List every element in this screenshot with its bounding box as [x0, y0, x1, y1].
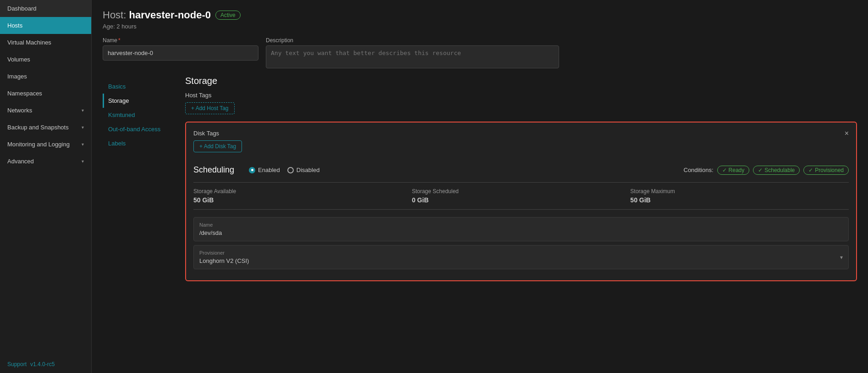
sidebar-item-label: Networks	[7, 107, 32, 114]
sidebar-item-networks[interactable]: Networks▾	[0, 102, 91, 119]
storage-stat-value: 50 GiB	[193, 196, 412, 204]
storage-stat: Storage Maximum50 GiB	[630, 188, 849, 204]
scheduling-title: Scheduling	[193, 165, 234, 175]
host-tags-section: Host Tags + Add Host Tag	[185, 92, 857, 114]
scheduling-left: Scheduling Enabled Disabled	[193, 165, 319, 175]
add-disk-tag-button[interactable]: + Add Disk Tag	[193, 140, 242, 152]
disk-card: Disk Tags + Add Disk Tag × Scheduling En…	[185, 122, 857, 281]
checkmark-icon: ✓	[722, 167, 727, 173]
sidebar-item-label: Monitoring and Logging	[7, 141, 70, 148]
sidebar-item-volumes[interactable]: Volumes	[0, 51, 91, 68]
sidebar-item-label: Backup and Snapshots	[7, 124, 69, 131]
main-content: Host: harvester-node-0 Active Age: 2 hou…	[92, 0, 868, 373]
add-host-tag-button[interactable]: + Add Host Tag	[185, 102, 235, 114]
support-link[interactable]: Support	[7, 361, 27, 367]
storage-stat-value: 50 GiB	[630, 196, 849, 204]
page-header: Host: harvester-node-0 Active Age: 2 hou…	[103, 9, 857, 30]
sidebar-item-label: Advanced	[7, 158, 34, 165]
sidebar-item-label: Namespaces	[7, 90, 42, 97]
sub-nav-item-ksmtuned[interactable]: Ksmtuned	[103, 108, 185, 122]
chevron-icon: ▾	[82, 159, 84, 164]
chevron-icon: ▾	[82, 125, 84, 130]
sidebar-item-label: Volumes	[7, 56, 30, 63]
sidebar-item-dashboard[interactable]: Dashboard	[0, 0, 91, 17]
chevron-icon: ▾	[82, 142, 84, 147]
sidebar-item-images[interactable]: Images	[0, 68, 91, 85]
disk-name-field-value: /dev/sda	[199, 229, 843, 236]
version-label: v1.4.0-rc5	[30, 361, 55, 367]
sidebar-item-backup-and-snapshots[interactable]: Backup and Snapshots▾	[0, 119, 91, 136]
content-body: BasicsStorageKsmtunedOut-of-band AccessL…	[103, 76, 857, 364]
description-label: Description	[266, 37, 559, 44]
form-row: Name* Description	[103, 37, 857, 68]
status-badge: Active	[215, 11, 241, 20]
sub-nav: BasicsStorageKsmtunedOut-of-band AccessL…	[103, 76, 185, 364]
storage-panel: Storage Host Tags + Add Host Tag Disk Ta…	[185, 76, 857, 364]
name-input[interactable]	[103, 45, 258, 61]
sidebar-footer: Support v1.4.0-rc5	[0, 356, 91, 373]
conditions-section: Conditions: ✓Ready✓Schedulable✓Provision…	[684, 166, 849, 175]
checkmark-icon: ✓	[758, 167, 763, 173]
sidebar-item-namespaces[interactable]: Namespaces	[0, 85, 91, 102]
sub-nav-item-labels[interactable]: Labels	[103, 136, 185, 150]
disk-name-field: Name /dev/sda	[193, 217, 849, 241]
provisioner-chevron-icon: ▾	[840, 254, 843, 261]
scheduling-radio-group: Enabled Disabled	[249, 167, 319, 173]
sidebar-item-label: Images	[7, 73, 27, 80]
condition-badge-schedulable: ✓Schedulable	[753, 166, 800, 175]
provisioner-value: Longhorn V2 (CSI)	[199, 257, 840, 264]
description-field-wrapper: Description	[266, 37, 559, 68]
storage-section-title: Storage	[185, 76, 857, 86]
enabled-radio-label: Enabled	[258, 167, 280, 173]
disk-card-close-button[interactable]: ×	[845, 130, 849, 137]
disk-name-field-label: Name	[199, 222, 843, 228]
sidebar-item-monitoring-and-logging[interactable]: Monitoring and Logging▾	[0, 136, 91, 153]
sidebar-item-hosts[interactable]: Hosts	[0, 17, 91, 34]
conditions-badges: ✓Ready✓Schedulable✓Provisioned	[717, 166, 849, 175]
provisioner-field[interactable]: Provisioner Longhorn V2 (CSI) ▾	[193, 245, 849, 269]
enabled-radio-dot	[249, 167, 255, 173]
sub-nav-item-basics[interactable]: Basics	[103, 79, 185, 94]
disabled-radio-label: Disabled	[297, 167, 320, 173]
condition-badge-provisioned: ✓Provisioned	[803, 166, 849, 175]
description-textarea[interactable]	[266, 45, 559, 68]
sub-nav-item-out-of-band-access[interactable]: Out-of-band Access	[103, 122, 185, 136]
sub-nav-item-storage[interactable]: Storage	[103, 94, 185, 108]
enabled-radio[interactable]: Enabled	[249, 167, 280, 173]
storage-stat: Storage Available50 GiB	[193, 188, 412, 204]
disabled-radio-dot	[287, 167, 294, 173]
host-tags-label: Host Tags	[185, 92, 857, 99]
storage-stat-label: Storage Scheduled	[412, 188, 631, 195]
host-title: Host: harvester-node-0	[103, 9, 211, 21]
sidebar-item-label: Hosts	[7, 22, 22, 29]
name-label: Name*	[103, 37, 258, 44]
storage-stats: Storage Available50 GiBStorage Scheduled…	[193, 182, 849, 210]
checkmark-icon: ✓	[808, 167, 813, 173]
storage-stat-label: Storage Maximum	[630, 188, 849, 195]
storage-stat: Storage Scheduled0 GiB	[412, 188, 631, 204]
sidebar-item-label: Virtual Machines	[7, 39, 51, 46]
disabled-radio[interactable]: Disabled	[287, 167, 320, 173]
age-label: Age: 2 hours	[103, 23, 857, 30]
page-title: Host: harvester-node-0 Active	[103, 9, 857, 21]
sidebar: DashboardHostsVirtual MachinesVolumesIma…	[0, 0, 92, 373]
disk-card-header: Disk Tags + Add Disk Tag ×	[193, 130, 849, 160]
provisioner-label: Provisioner	[199, 250, 840, 256]
provisioner-field-content: Provisioner Longhorn V2 (CSI)	[199, 250, 840, 264]
conditions-label: Conditions:	[684, 167, 714, 173]
scheduling-section: Scheduling Enabled Disabled	[193, 165, 849, 175]
disk-tags-label: Disk Tags	[193, 130, 242, 137]
sidebar-item-label: Dashboard	[7, 5, 37, 12]
name-field-wrapper: Name*	[103, 37, 258, 68]
storage-stat-label: Storage Available	[193, 188, 412, 195]
condition-badge-ready: ✓Ready	[717, 166, 750, 175]
sidebar-item-virtual-machines[interactable]: Virtual Machines	[0, 34, 91, 51]
chevron-icon: ▾	[82, 108, 84, 113]
storage-stat-value: 0 GiB	[412, 196, 631, 204]
sidebar-item-advanced[interactable]: Advanced▾	[0, 153, 91, 170]
disk-tags-section: Disk Tags + Add Disk Tag	[193, 130, 242, 160]
